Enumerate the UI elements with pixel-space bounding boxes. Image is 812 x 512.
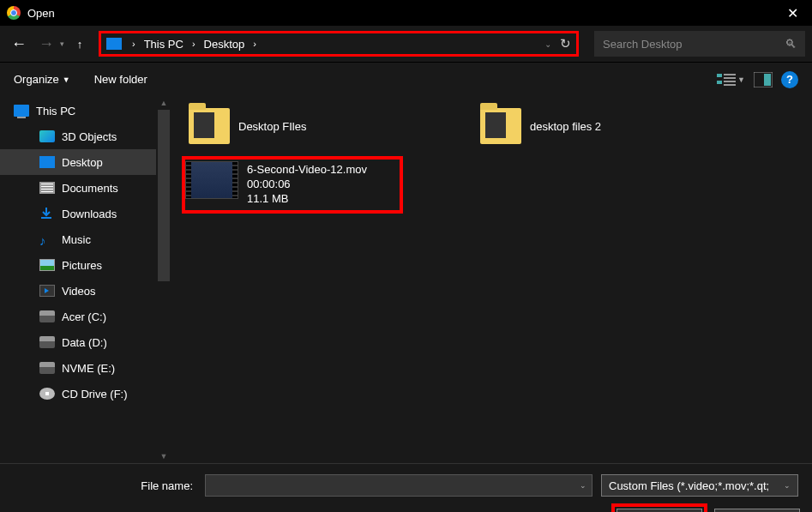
filename-input[interactable]: ⌄ (205, 474, 592, 497)
toolbar: Organize ▼ New folder ▼ ? (0, 62, 812, 96)
preview-pane-icon[interactable] (754, 72, 773, 87)
file-size: 11.1 MB (247, 192, 367, 205)
filename-label: File name: (141, 479, 193, 492)
document-icon (39, 182, 55, 194)
sidebar-item-label: This PC (36, 105, 75, 117)
sidebar-item-label: Documents (62, 182, 118, 195)
chevron-down-icon: ▼ (737, 75, 745, 84)
sidebar-item-downloads[interactable]: Downloads (0, 201, 171, 226)
sidebar-item-label: NVME (E:) (62, 362, 115, 375)
sidebar-item-drive-c[interactable]: Acer (C:) (0, 304, 171, 329)
sidebar-item-this-pc[interactable]: This PC (0, 98, 171, 123)
sidebar-item-videos[interactable]: Videos (0, 278, 171, 304)
video-thumbnail (185, 161, 238, 199)
organize-label: Organize (14, 73, 59, 86)
chevron-right-icon[interactable]: › (187, 39, 201, 49)
path-dropdown-icon[interactable]: ⌄ (544, 39, 551, 49)
sidebar-item-music[interactable]: ♪ Music (0, 226, 171, 252)
path-bar[interactable]: › This PC › Desktop › ⌄ ↻ (99, 31, 579, 57)
search-input[interactable] (603, 38, 785, 51)
svg-rect-7 (764, 74, 771, 86)
back-button[interactable]: ← (7, 32, 31, 56)
svg-rect-0 (717, 74, 722, 77)
organize-button[interactable]: Organize ▼ (14, 73, 70, 86)
scroll-thumb[interactable] (158, 110, 170, 281)
sidebar-item-label: CD Drive (F:) (62, 388, 128, 401)
file-label: desktop files 2 (530, 120, 601, 133)
footer: File name: ⌄ Custom Files (*.video;*.mov… (0, 463, 812, 512)
navbar: ← → ▾ ↑ › This PC › Desktop › ⌄ ↻ 🔍︎ (0, 26, 812, 62)
file-content[interactable]: Desktop FIles desktop files 2 6-Second-V… (171, 96, 812, 463)
sidebar-item-label: Videos (62, 285, 96, 298)
main: This PC 3D Objects Desktop Documents Dow… (0, 96, 812, 463)
list-view-icon (717, 72, 736, 87)
window-title: Open (27, 7, 773, 20)
forward-button[interactable]: → (34, 32, 58, 56)
search-icon: 🔍︎ (785, 37, 797, 51)
open-button[interactable]: Open (617, 509, 702, 512)
desktop-icon (39, 156, 55, 168)
sidebar-item-3d-objects[interactable]: 3D Objects (0, 123, 171, 149)
video-file-item[interactable]: 6-Second-Video-12.mov 00:00:06 11.1 MB (182, 156, 403, 214)
drive-icon (39, 310, 55, 322)
filetype-select[interactable]: Custom Files (*.video;*.mov;*.qt; ⌄ (601, 474, 798, 497)
pictures-icon (39, 259, 55, 271)
view-mode-button[interactable]: ▼ (717, 72, 745, 87)
music-icon: ♪ (39, 233, 55, 245)
videos-icon (39, 285, 55, 297)
folder-item[interactable]: Desktop FIles (185, 105, 460, 148)
chevron-right-icon[interactable]: › (248, 39, 262, 49)
sidebar: This PC 3D Objects Desktop Documents Dow… (0, 96, 171, 463)
sidebar-item-drive-e[interactable]: NVME (E:) (0, 355, 171, 381)
sidebar-item-documents[interactable]: Documents (0, 175, 171, 201)
search-box[interactable]: 🔍︎ (594, 31, 805, 57)
scroll-up-icon[interactable]: ▲ (156, 96, 171, 110)
help-button[interactable]: ? (781, 71, 798, 88)
chrome-icon (7, 6, 21, 20)
cube-icon (39, 130, 55, 142)
history-dropdown-icon[interactable]: ▾ (60, 39, 64, 48)
newfolder-button[interactable]: New folder (94, 73, 147, 86)
folder-icon (189, 108, 230, 144)
pc-icon (14, 105, 29, 117)
sidebar-item-label: 3D Objects (62, 130, 117, 143)
drive-icon (39, 336, 55, 348)
file-label: Desktop FIles (238, 120, 306, 133)
sidebar-item-drive-d[interactable]: Data (D:) (0, 329, 171, 355)
file-name: 6-Second-Video-12.mov (247, 163, 367, 176)
breadcrumb-root[interactable]: This PC (141, 38, 187, 51)
svg-rect-1 (724, 74, 736, 75)
up-button[interactable]: ↑ (68, 32, 92, 56)
sidebar-item-label: Pictures (62, 259, 102, 272)
sidebar-item-label: Downloads (62, 208, 117, 220)
folder-item[interactable]: desktop files 2 (477, 105, 751, 148)
sidebar-item-desktop[interactable]: Desktop (0, 149, 171, 175)
sidebar-item-label: Data (D:) (62, 336, 107, 349)
sidebar-item-label: Music (62, 233, 91, 246)
close-button[interactable]: ✕ (773, 0, 812, 26)
cd-icon (39, 388, 55, 400)
filetype-label: Custom Files (*.video;*.mov;*.qt; (609, 479, 769, 492)
svg-rect-5 (724, 84, 736, 86)
file-duration: 00:00:06 (247, 178, 367, 190)
scroll-down-icon[interactable]: ▼ (156, 449, 171, 463)
svg-rect-3 (717, 81, 722, 84)
cancel-button[interactable]: Cancel (714, 509, 800, 512)
svg-rect-2 (724, 77, 736, 79)
chevron-right-icon[interactable]: › (127, 39, 141, 49)
sidebar-item-drive-f[interactable]: CD Drive (F:) (0, 381, 171, 407)
chevron-down-icon[interactable]: ⌄ (580, 481, 586, 490)
refresh-icon[interactable]: ↻ (560, 36, 571, 51)
titlebar: Open ✕ (0, 0, 812, 26)
sidebar-scrollbar[interactable]: ▲ ▼ (156, 96, 171, 463)
sidebar-item-label: Desktop (62, 156, 103, 169)
pc-icon (106, 38, 122, 50)
breadcrumb-current[interactable]: Desktop (201, 38, 249, 51)
drive-icon (39, 362, 55, 374)
sidebar-item-pictures[interactable]: Pictures (0, 252, 171, 278)
folder-icon (480, 108, 521, 144)
chevron-down-icon: ▼ (63, 75, 70, 84)
chevron-down-icon: ⌄ (784, 481, 791, 490)
svg-rect-4 (724, 81, 736, 82)
download-icon (39, 208, 55, 220)
